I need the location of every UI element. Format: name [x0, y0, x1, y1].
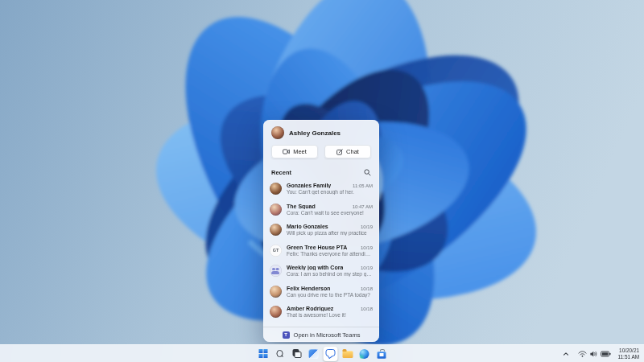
chat-item-time: 11:05 AM	[353, 183, 373, 188]
quick-settings-button[interactable]	[576, 348, 613, 360]
tray-overflow-button[interactable]	[560, 348, 572, 360]
widgets-button[interactable]	[307, 347, 321, 361]
chat-item-preview: Cora: Can't wait to see everyone!	[287, 210, 373, 216]
user-name: Ashley Gonzales	[289, 130, 341, 137]
chat-item-name: Felix Henderson	[287, 286, 330, 291]
chat-teams-button[interactable]	[324, 347, 338, 361]
chat-item-time: 10:47 AM	[353, 204, 373, 209]
task-view-icon	[292, 349, 301, 358]
flyout-header: Ashley Gonzales	[263, 120, 379, 143]
taskbar: 10/20/21 11:51 AM	[0, 344, 644, 362]
chat-flyout: Ashley Gonzales Meet Chat Recent	[263, 120, 379, 342]
edge-button[interactable]	[357, 347, 372, 361]
chat-item-texts: Green Tree House PTA 10/19 Felix: Thanks…	[287, 245, 373, 257]
chat-list-item[interactable]: Mario Gonzales 10/19 Will pick up pizza …	[270, 220, 373, 241]
chat-item-name: Mario Gonzales	[287, 224, 328, 229]
chat-item-time: 10/19	[361, 245, 373, 250]
store-button[interactable]	[374, 347, 389, 361]
chevron-up-icon	[562, 350, 570, 358]
chat-avatar	[270, 265, 282, 277]
flyout-actions: Meet Chat	[263, 143, 379, 164]
chat-avatar	[270, 224, 282, 236]
chat-item-texts: Amber Rodriguez 10/18 That is awesome! L…	[287, 306, 373, 318]
user-avatar[interactable]	[271, 126, 284, 139]
volume-icon	[589, 350, 598, 358]
chat-item-name: Green Tree House PTA	[287, 245, 347, 250]
compose-icon	[336, 149, 343, 155]
task-view-button[interactable]	[290, 347, 304, 361]
taskbar-center-icons	[256, 345, 389, 362]
chat-item-time: 10/18	[361, 286, 373, 291]
desktop: Ashley Gonzales Meet Chat Recent	[0, 0, 644, 362]
recent-header-row: Recent	[263, 164, 379, 179]
file-explorer-button[interactable]	[341, 347, 355, 361]
chat-button-label: Chat	[346, 148, 359, 155]
start-button[interactable]	[256, 347, 270, 361]
chat-item-texts: Gonzales Family 11:05 AM You: Can't get …	[287, 183, 373, 195]
chat-item-preview: Cora: I am so behind on my step goals.	[287, 271, 373, 277]
chat-item-name: Gonzales Family	[287, 183, 331, 188]
taskbar-clock[interactable]: 10/20/21 11:51 AM	[617, 348, 640, 360]
taskbar-search-icon	[275, 349, 284, 358]
chat-list-item[interactable]: Felix Henderson 10/18 Can you drive me t…	[270, 282, 373, 302]
chat-item-preview: That is awesome! Love it!	[287, 312, 373, 318]
windows-start-icon	[258, 349, 267, 358]
chat-avatar: GT	[270, 245, 282, 257]
meet-button-label: Meet	[293, 148, 307, 155]
edge-browser-icon	[360, 349, 369, 359]
chat-item-texts: Weekly jog with Cora 10/19 Cora: I am so…	[287, 265, 373, 277]
chat-list-item[interactable]: Gonzales Family 11:05 AM You: Can't get …	[270, 179, 373, 200]
chat-item-preview: Will pick up pizza after my practice	[287, 230, 373, 236]
chat-list-item[interactable]: Amber Rodriguez 10/18 That is awesome! L…	[270, 302, 373, 323]
teams-icon	[283, 331, 290, 339]
camera-icon	[283, 149, 290, 154]
widgets-icon	[309, 349, 319, 359]
chat-item-time: 10/19	[361, 224, 373, 229]
clock-date: 10/20/21	[617, 348, 639, 354]
chat-list: Gonzales Family 11:05 AM You: Can't get …	[263, 179, 379, 323]
meet-button[interactable]: Meet	[271, 145, 318, 158]
search-button[interactable]	[273, 347, 287, 361]
chat-item-name: The Squad	[287, 204, 316, 209]
chat-item-time: 10/18	[361, 306, 373, 311]
chat-item-texts: Mario Gonzales 10/19 Will pick up pizza …	[287, 224, 373, 236]
chat-item-texts: The Squad 10:47 AM Cora: Can't wait to s…	[287, 204, 373, 216]
clock-time: 11:51 AM	[617, 354, 639, 360]
chat-avatar	[270, 183, 282, 195]
chat-avatar	[270, 286, 282, 298]
search-icon[interactable]	[364, 169, 371, 176]
open-in-teams-label: Open in Microsoft Teams	[294, 331, 361, 339]
taskbar-tray: 10/20/21 11:51 AM	[560, 345, 640, 362]
chat-item-texts: Felix Henderson 10/18 Can you drive me t…	[287, 286, 373, 298]
chat-bubble-icon	[326, 349, 336, 357]
chat-item-preview: Felix: Thanks everyone for attending tod…	[287, 251, 373, 257]
store-icon	[377, 349, 386, 359]
chat-item-time: 10/19	[361, 265, 373, 270]
folder-icon	[342, 351, 353, 358]
chat-list-item[interactable]: Weekly jog with Cora 10/19 Cora: I am so…	[270, 261, 373, 282]
chat-avatar	[270, 204, 282, 216]
chat-item-name: Weekly jog with Cora	[287, 265, 343, 270]
chat-item-preview: You: Can't get enough of her.	[287, 189, 373, 195]
chat-list-item[interactable]: GT Green Tree House PTA 10/19 Felix: Tha…	[270, 241, 373, 261]
wifi-icon	[578, 350, 587, 358]
chat-button[interactable]: Chat	[324, 145, 371, 158]
chat-item-preview: Can you drive me to the PTA today?	[287, 292, 373, 298]
chat-item-name: Amber Rodriguez	[287, 306, 333, 311]
battery-icon	[601, 351, 611, 357]
open-in-teams-button[interactable]: Open in Microsoft Teams	[263, 327, 379, 342]
chat-avatar	[270, 306, 282, 318]
recent-heading: Recent	[271, 169, 291, 176]
chat-list-item[interactable]: The Squad 10:47 AM Cora: Can't wait to s…	[270, 200, 373, 220]
